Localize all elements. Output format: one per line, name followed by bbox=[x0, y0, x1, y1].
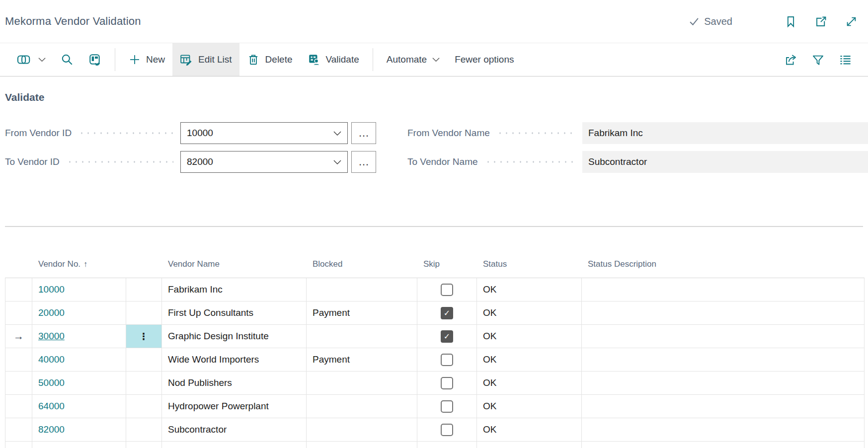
vendor-name-cell[interactable]: Fabrikam Inc bbox=[162, 278, 307, 301]
vendor-name-cell[interactable]: Wide World Importers bbox=[162, 348, 307, 372]
skip-checkbox[interactable] bbox=[441, 284, 453, 296]
status-description-cell[interactable] bbox=[582, 325, 865, 348]
skip-checkbox[interactable] bbox=[441, 400, 453, 413]
from-vendor-id-label: From Vendor ID bbox=[5, 128, 72, 139]
status-cell[interactable]: OK bbox=[477, 278, 582, 301]
dotted-leader bbox=[67, 161, 173, 163]
row-indicator-cell: → bbox=[5, 301, 32, 325]
vendor-no-link[interactable]: 20000 bbox=[38, 307, 65, 318]
status-description-cell[interactable] bbox=[582, 372, 865, 395]
skip-checkbox[interactable]: ✓ bbox=[441, 307, 453, 319]
skip-checkbox[interactable] bbox=[441, 424, 453, 436]
to-vendor-name-label: To Vendor Name bbox=[407, 156, 478, 167]
filter-button[interactable] bbox=[804, 43, 832, 76]
toolbar-separator bbox=[373, 48, 373, 71]
column-header-vendor-name[interactable]: Vendor Name bbox=[162, 259, 307, 269]
vendor-no-link[interactable]: 10000 bbox=[38, 284, 65, 295]
toolbar-right-actions bbox=[777, 43, 859, 76]
vendor-name-cell[interactable]: Nod Publishers bbox=[162, 372, 307, 395]
skip-cell bbox=[417, 348, 477, 372]
to-vendor-id-combobox[interactable]: 82000 bbox=[180, 151, 348, 173]
status-cell[interactable]: OK bbox=[477, 418, 582, 442]
chevron-down-icon bbox=[432, 57, 440, 62]
table-row: → 10000 ⋮ Fabrikam Inc OK bbox=[5, 278, 865, 301]
blocked-cell[interactable] bbox=[307, 372, 417, 395]
blocked-cell[interactable] bbox=[307, 418, 417, 442]
row-indicator-cell: → bbox=[5, 395, 32, 418]
table-body: → 10000 ⋮ Fabrikam Inc OK → 20000 ⋮ Firs… bbox=[5, 278, 865, 442]
refresh-layout-button[interactable] bbox=[81, 43, 109, 76]
filter-icon bbox=[811, 53, 825, 67]
edit-list-button[interactable]: Edit List bbox=[172, 43, 239, 76]
to-vendor-id-field: To Vendor ID 82000 … bbox=[5, 151, 376, 173]
bookmark-button[interactable] bbox=[784, 15, 797, 28]
open-in-new-window-button[interactable] bbox=[814, 15, 828, 28]
column-header-status-description[interactable]: Status Description bbox=[582, 259, 865, 269]
row-menu-cell: ⋮ bbox=[126, 418, 162, 442]
to-vendor-name-value: Subcontractor bbox=[582, 151, 868, 173]
vendor-no-link[interactable]: 40000 bbox=[38, 354, 65, 365]
to-vendor-id-lookup-button[interactable]: … bbox=[351, 151, 376, 173]
vendor-no-link[interactable]: 50000 bbox=[38, 377, 65, 388]
validate-button-label: Validate bbox=[326, 54, 359, 65]
column-header-blocked[interactable]: Blocked bbox=[307, 259, 417, 269]
vendor-no-link[interactable]: 82000 bbox=[38, 424, 65, 435]
vendor-no-link[interactable]: 64000 bbox=[38, 401, 65, 412]
to-vendor-id-label: To Vendor ID bbox=[5, 156, 60, 167]
from-vendor-id-combobox[interactable]: 10000 bbox=[180, 122, 348, 144]
row-menu-cell: ⋮ bbox=[126, 395, 162, 418]
apps-menu-button[interactable] bbox=[9, 43, 53, 76]
status-cell[interactable]: OK bbox=[477, 372, 582, 395]
from-vendor-name-label: From Vendor Name bbox=[407, 128, 490, 139]
list-icon bbox=[839, 53, 852, 67]
column-header-status[interactable]: Status bbox=[477, 259, 582, 269]
vendor-no-cell: 30000 bbox=[32, 325, 126, 348]
apps-icon bbox=[16, 53, 33, 66]
skip-cell bbox=[417, 395, 477, 418]
vendor-name-cell[interactable]: Hydropower Powerplant bbox=[162, 395, 307, 418]
blocked-cell[interactable] bbox=[307, 325, 417, 348]
expand-page-button[interactable] bbox=[845, 15, 858, 28]
from-vendor-name-value: Fabrikam Inc bbox=[582, 122, 868, 144]
new-button-label: New bbox=[146, 54, 165, 65]
row-menu-dots-icon[interactable]: ⋮ bbox=[139, 331, 149, 342]
new-button[interactable]: New bbox=[121, 43, 172, 76]
skip-checkbox[interactable] bbox=[441, 354, 453, 366]
status-description-cell[interactable] bbox=[582, 301, 865, 325]
status-cell[interactable]: OK bbox=[477, 395, 582, 418]
column-header-vendor-no[interactable]: Vendor No. ↑ bbox=[32, 259, 126, 269]
blocked-cell[interactable] bbox=[307, 278, 417, 301]
column-header-skip[interactable]: Skip bbox=[417, 259, 477, 269]
blocked-cell[interactable]: Payment bbox=[307, 301, 417, 325]
share-button[interactable] bbox=[777, 43, 804, 76]
trash-icon bbox=[247, 53, 260, 66]
blocked-cell[interactable]: Payment bbox=[307, 348, 417, 372]
from-vendor-id-lookup-button[interactable]: … bbox=[351, 122, 376, 144]
list-view-button[interactable] bbox=[832, 43, 859, 76]
search-button[interactable] bbox=[53, 43, 81, 76]
plus-icon bbox=[129, 54, 141, 66]
edit-list-button-label: Edit List bbox=[198, 54, 232, 65]
status-cell[interactable]: OK bbox=[477, 348, 582, 372]
status-cell[interactable]: OK bbox=[477, 325, 582, 348]
automate-menu-button[interactable]: Automate bbox=[379, 43, 447, 76]
status-description-cell[interactable] bbox=[582, 278, 865, 301]
vendor-name-cell[interactable]: First Up Consultants bbox=[162, 301, 307, 325]
validate-button[interactable]: Validate bbox=[300, 43, 367, 76]
blocked-cell[interactable] bbox=[307, 395, 417, 418]
skip-cell bbox=[417, 372, 477, 395]
status-description-cell[interactable] bbox=[582, 395, 865, 418]
delete-button[interactable]: Delete bbox=[239, 43, 300, 76]
skip-checkbox[interactable] bbox=[441, 377, 453, 389]
table-row: → 50000 ⋮ Nod Publishers OK bbox=[5, 372, 865, 395]
vendor-name-cell[interactable]: Graphic Design Institute bbox=[162, 325, 307, 348]
status-description-cell[interactable] bbox=[582, 418, 865, 442]
status-description-cell[interactable] bbox=[582, 348, 865, 372]
validate-section: Validate From Vendor ID 10000 … From Ven… bbox=[0, 76, 868, 226]
status-cell[interactable]: OK bbox=[477, 301, 582, 325]
vendor-name-cell[interactable]: Subcontractor bbox=[162, 418, 307, 442]
vendor-no-link[interactable]: 30000 bbox=[38, 331, 65, 342]
fewer-options-button[interactable]: Fewer options bbox=[447, 43, 521, 76]
save-status-label: Saved bbox=[704, 16, 732, 27]
skip-checkbox[interactable]: ✓ bbox=[441, 330, 453, 343]
